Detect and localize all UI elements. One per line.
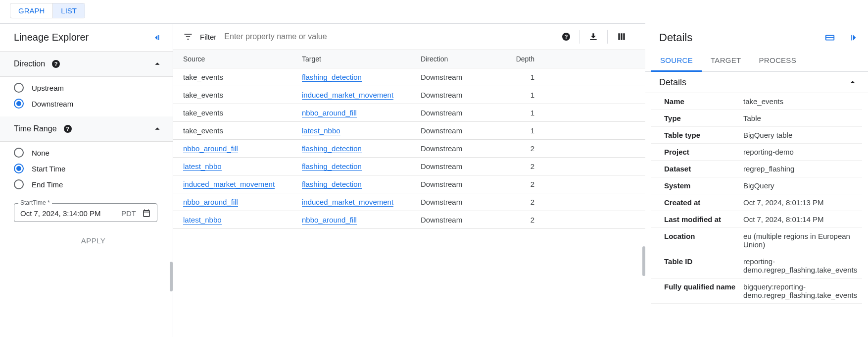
cell-depth: 1	[505, 73, 534, 81]
detail-key: Table type	[664, 131, 743, 139]
help-icon[interactable]: ?	[64, 125, 72, 133]
col-header-depth[interactable]: Depth	[505, 55, 534, 63]
cell-source[interactable]: nbbo_around_fill	[183, 144, 238, 153]
fullscreen-icon[interactable]	[824, 32, 835, 43]
radio-icon	[14, 83, 24, 93]
radio-icon	[14, 164, 24, 173]
view-tabbar: GRAPH LIST	[0, 0, 868, 23]
detail-value: take_events	[743, 97, 862, 106]
details-sub-header[interactable]: Details	[645, 72, 868, 93]
cell-source[interactable]: latest_nbbo	[183, 216, 222, 225]
cell-target[interactable]: latest_nbbo	[302, 126, 340, 135]
cell-target[interactable]: induced_market_movement	[302, 198, 393, 207]
scrollbar-thumb[interactable]	[170, 262, 173, 291]
detail-key: Fully qualified name	[664, 282, 743, 299]
cell-target[interactable]: flashing_detection	[302, 144, 362, 153]
cell-depth: 2	[505, 144, 534, 153]
columns-icon[interactable]	[608, 32, 635, 42]
cell-direction: Downstream	[421, 162, 505, 170]
center-panel: Filter ? Source Target	[173, 23, 645, 337]
cell-target[interactable]: flashing_detection	[302, 180, 362, 189]
detail-row: Nametake_events	[651, 93, 862, 110]
cell-depth: 2	[505, 216, 534, 224]
col-header-source[interactable]: Source	[183, 55, 302, 63]
cell-target[interactable]: induced_market_movement	[302, 91, 393, 100]
cell-source: take_events	[183, 126, 223, 135]
radio-label: End Time	[32, 180, 63, 189]
detail-key: Location	[664, 232, 743, 249]
table-row: take_eventsflashing_detectionDownstream1	[173, 68, 645, 86]
chevron-up-icon	[152, 58, 163, 69]
detail-row: Table typeBigQuery table	[651, 127, 862, 144]
detail-key: Last modified at	[664, 215, 743, 224]
starttime-tz: PDT	[121, 209, 136, 218]
starttime-field[interactable]: StartTime * Oct 7, 2024, 3:14:00 PM PDT	[14, 203, 157, 222]
table-row: take_eventsnbbo_around_fillDownstream1	[173, 104, 645, 122]
radio-downstream[interactable]: Downstream	[14, 99, 163, 109]
tab-list[interactable]: LIST	[53, 3, 85, 18]
cell-target[interactable]: nbbo_around_fill	[302, 216, 357, 225]
download-icon[interactable]	[579, 32, 607, 42]
detail-row: Table IDreporting-demo.regrep_flashing.t…	[651, 253, 862, 279]
detail-row: Datasetregrep_flashing	[651, 161, 862, 177]
radio-icon	[14, 148, 24, 158]
detail-row: Projectreporting-demo	[651, 144, 862, 161]
left-panel-title: Lineage Explorer	[14, 32, 89, 43]
detail-tab-target[interactable]: TARGET	[702, 50, 750, 71]
cell-target[interactable]: flashing_detection	[302, 73, 362, 82]
table-row: induced_market_movementflashing_detectio…	[173, 175, 645, 193]
cell-source[interactable]: nbbo_around_fill	[183, 198, 238, 207]
direction-section-header[interactable]: Direction ?	[0, 52, 173, 77]
cell-source[interactable]: latest_nbbo	[183, 162, 222, 171]
help-icon[interactable]: ?	[52, 60, 60, 68]
calendar-icon[interactable]	[142, 209, 151, 218]
radio-icon	[14, 179, 24, 189]
radio-label: Upstream	[32, 84, 64, 92]
detail-value: BigQuery	[743, 181, 862, 190]
table-row: latest_nbbonbbo_around_fillDownstream2	[173, 211, 645, 229]
timerange-section-header[interactable]: Time Range ?	[0, 116, 173, 142]
radio-start-time[interactable]: Start Time	[14, 164, 163, 173]
cell-direction: Downstream	[421, 144, 505, 153]
detail-value: Oct 7, 2024, 8:01:13 PM	[743, 198, 862, 207]
expand-right-icon[interactable]	[847, 32, 858, 43]
detail-value: reporting-demo	[743, 148, 862, 156]
scrollbar-thumb[interactable]	[642, 246, 645, 276]
filter-icon	[183, 32, 193, 42]
detail-tab-source[interactable]: SOURCE	[651, 50, 702, 72]
detail-row: SystemBigQuery	[651, 177, 862, 194]
cell-source[interactable]: induced_market_movement	[183, 180, 275, 189]
starttime-value: Oct 7, 2024, 3:14:00 PM	[20, 209, 121, 218]
chevron-up-icon	[152, 123, 163, 134]
detail-key: Table ID	[664, 257, 743, 274]
details-panel: Details SOURCE TARGET PROCESS Details	[645, 23, 868, 337]
radio-none[interactable]: None	[14, 148, 163, 158]
table-row: take_eventsinduced_market_movementDownst…	[173, 86, 645, 104]
collapse-left-icon[interactable]	[153, 33, 163, 43]
table-row: nbbo_around_fillinduced_market_movementD…	[173, 193, 645, 211]
filter-input[interactable]	[223, 32, 546, 42]
col-header-target[interactable]: Target	[302, 55, 421, 63]
apply-button[interactable]: APPLY	[14, 236, 173, 245]
col-header-direction[interactable]: Direction	[421, 55, 505, 63]
cell-target[interactable]: nbbo_around_fill	[302, 109, 357, 117]
radio-label: Downstream	[32, 100, 73, 108]
cell-direction: Downstream	[421, 126, 505, 135]
radio-upstream[interactable]: Upstream	[14, 83, 163, 93]
cell-source: take_events	[183, 73, 223, 81]
cell-target[interactable]: flashing_detection	[302, 162, 362, 171]
cell-depth: 1	[505, 91, 534, 99]
cell-direction: Downstream	[421, 216, 505, 224]
timerange-label: Time Range	[14, 124, 57, 133]
detail-tab-process[interactable]: PROCESS	[750, 50, 805, 71]
direction-label: Direction	[14, 59, 45, 68]
help-icon[interactable]: ?	[553, 33, 579, 41]
starttime-floating-label: StartTime *	[18, 199, 52, 206]
cell-depth: 2	[505, 198, 534, 206]
detail-key: Project	[664, 148, 743, 156]
tab-graph[interactable]: GRAPH	[10, 3, 53, 18]
detail-value: reporting-demo.regrep_flashing.take_even…	[743, 257, 862, 274]
radio-end-time[interactable]: End Time	[14, 179, 163, 189]
radio-label: Start Time	[32, 165, 65, 173]
direction-radio-group: Upstream Downstream	[0, 77, 173, 116]
